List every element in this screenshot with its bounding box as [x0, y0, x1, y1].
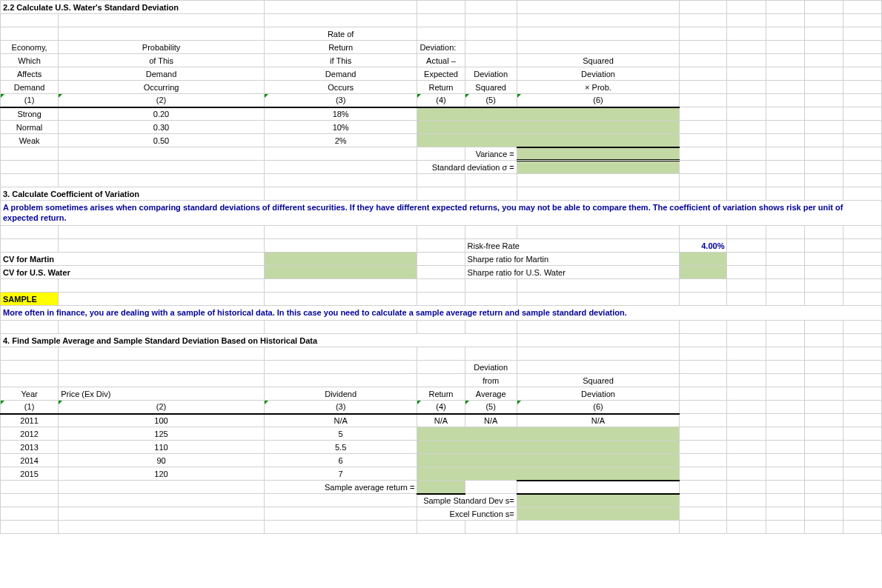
- hdr-rate-of: Rate of: [264, 27, 417, 41]
- cell-strong-4[interactable]: [417, 107, 465, 121]
- cell-stddev[interactable]: [517, 161, 680, 174]
- section-3-title: 3. Calculate Coefficient of Variation: [1, 187, 265, 201]
- hist-devlbl: Deviation: [517, 387, 680, 401]
- hdr-occurs: Occurs: [264, 81, 417, 94]
- cell-strong-6[interactable]: [517, 107, 680, 121]
- cv-uswater-label: CV for U.S. Water: [1, 266, 265, 279]
- row-strong: Strong 0.20 18%: [1, 107, 882, 121]
- hdr-squared-lbl: Squared: [465, 81, 517, 94]
- row-normal: Normal 0.30 10%: [1, 121, 882, 134]
- sharpe-martin-label: Sharpe ratio for Martin: [465, 253, 680, 266]
- hist-div: Dividend: [264, 387, 417, 401]
- hdr-actual: Actual –: [417, 54, 465, 67]
- cell-weak-6[interactable]: [517, 134, 680, 147]
- cell-weak-5[interactable]: [465, 134, 517, 147]
- cell-cv-martin[interactable]: [264, 253, 417, 266]
- col-4: (4): [417, 94, 465, 107]
- cell-2015-dev[interactable]: [465, 467, 517, 481]
- hist-year: Year: [1, 387, 59, 401]
- hdr-xprob: × Prob.: [517, 81, 680, 94]
- cell-normal-5[interactable]: [465, 121, 517, 134]
- row-weak: Weak 0.50 2%: [1, 134, 882, 147]
- cell-sum-sqd[interactable]: [517, 481, 680, 494]
- spreadsheet-grid[interactable]: 2.2 Calculate U.S. Water's Standard Devi…: [0, 0, 882, 534]
- row-2013: 2013 110 5.5: [1, 441, 882, 454]
- cell-sharpe-uswater[interactable]: [680, 266, 727, 279]
- cell-2015-ret[interactable]: [417, 467, 465, 481]
- hdr-deviation-lbl2: Deviation: [517, 67, 680, 81]
- sample-sd-label: Sample Standard Dev s=: [417, 494, 517, 507]
- col-2: (2): [59, 94, 265, 107]
- sample-avg-label: Sample average return =: [264, 481, 417, 494]
- cell-normal-4[interactable]: [417, 121, 465, 134]
- cell-sharpe-martin[interactable]: [680, 253, 727, 266]
- cv-martin-label: CV for Martin: [1, 253, 265, 266]
- cell-2014-ret[interactable]: [417, 454, 465, 467]
- row-2015: 2015 120 7: [1, 467, 882, 481]
- hist-c5: (5): [465, 401, 517, 414]
- cell-sample-avg[interactable]: [417, 481, 465, 494]
- hdr-squared: Squared: [517, 54, 680, 67]
- col-1: (1): [1, 94, 59, 107]
- variance-label: Variance =: [465, 147, 517, 161]
- section-3-text: A problem sometimes arises when comparin…: [1, 201, 882, 226]
- hdr-which: Which: [1, 54, 59, 67]
- hdr-ifthis: if This: [264, 54, 417, 67]
- cell-2013-dev[interactable]: [465, 441, 517, 454]
- hist-ret: Return: [417, 387, 465, 401]
- hdr-economy: Economy,: [1, 41, 59, 54]
- hdr-demand3: Demand: [1, 81, 59, 94]
- hist-c2: (2): [59, 401, 265, 414]
- cell-2012-ret[interactable]: [417, 427, 465, 441]
- hist-dev: Deviation: [465, 361, 517, 374]
- hdr-deviation-lbl: Deviation: [465, 67, 517, 81]
- section-2-2-title-row: 2.2 Calculate U.S. Water's Standard Devi…: [1, 1, 882, 14]
- row-2014: 2014 90 6: [1, 454, 882, 467]
- hdr-demand2: Demand: [264, 67, 417, 81]
- cell-2014-sqd[interactable]: [517, 454, 680, 467]
- hist-c6: (6): [517, 401, 680, 414]
- cell-2014-dev[interactable]: [465, 454, 517, 467]
- hist-c4: (4): [417, 401, 465, 414]
- sample-text: More often in finance, you are dealing w…: [1, 306, 882, 321]
- excel-fn-label: Excel Function s=: [417, 507, 517, 521]
- hdr-probability: Probability: [59, 41, 265, 54]
- hdr-affects: Affects: [1, 67, 59, 81]
- hdr-deviation: Deviation:: [417, 41, 465, 54]
- cell-excel-fn[interactable]: [517, 507, 680, 521]
- row-2012: 2012 125 5: [1, 427, 882, 441]
- hist-avg: Average: [465, 387, 517, 401]
- hdr-expected: Expected: [417, 67, 465, 81]
- col-6: (6): [517, 94, 680, 107]
- cell-variance[interactable]: [517, 147, 680, 161]
- col-3: (3): [264, 94, 417, 107]
- section-2-2-title: 2.2 Calculate U.S. Water's Standard Devi…: [1, 1, 265, 14]
- hist-sqd: Squared: [517, 374, 680, 387]
- cell-2012-sqd[interactable]: [517, 427, 680, 441]
- hdr-ofthis: of This: [59, 54, 265, 67]
- section-4-title: 4. Find Sample Average and Sample Standa…: [1, 334, 517, 347]
- hist-c3: (3): [264, 401, 417, 414]
- sharpe-uswater-label: Sharpe ratio for U.S. Water: [465, 266, 680, 279]
- hist-from: from: [465, 374, 517, 387]
- cell-2012-dev[interactable]: [465, 427, 517, 441]
- cell-cv-uswater[interactable]: [264, 266, 417, 279]
- cell-2015-sqd[interactable]: [517, 467, 680, 481]
- cell-strong-5[interactable]: [465, 107, 517, 121]
- cell-weak-4[interactable]: [417, 134, 465, 147]
- hist-price: Price (Ex Div): [59, 387, 265, 401]
- sample-label: SAMPLE: [1, 293, 59, 306]
- risk-free-rate-value[interactable]: 4.00%: [680, 239, 727, 253]
- cell-2013-sqd[interactable]: [517, 441, 680, 454]
- col-5: (5): [465, 94, 517, 107]
- cell-2013-ret[interactable]: [417, 441, 465, 454]
- hdr-return: Return: [264, 41, 417, 54]
- hdr-demand1: Demand: [59, 67, 265, 81]
- cell-normal-6[interactable]: [517, 121, 680, 134]
- cell-sample-sd[interactable]: [517, 494, 680, 507]
- risk-free-rate-label: Risk-free Rate: [465, 239, 680, 253]
- hdr-returnlbl: Return: [417, 81, 465, 94]
- hist-c1: (1): [1, 401, 59, 414]
- row-2011: 2011 100 N/A N/A N/A N/A: [1, 414, 882, 427]
- hdr-occurring: Occurring: [59, 81, 265, 94]
